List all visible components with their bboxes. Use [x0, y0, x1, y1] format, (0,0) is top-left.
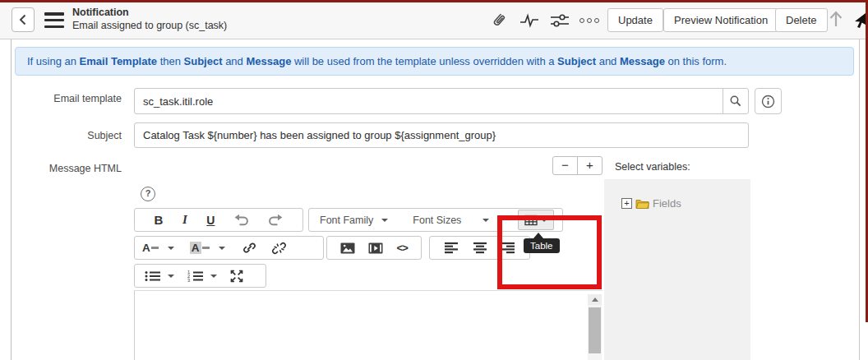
- bullet-list-button[interactable]: [145, 270, 161, 282]
- toolbar-group-align: [429, 236, 530, 260]
- media-icon: [368, 242, 383, 254]
- scrollbar-thumb[interactable]: [589, 307, 601, 353]
- undo-button[interactable]: [234, 214, 249, 226]
- editor-scrollbar[interactable]: [588, 294, 602, 360]
- context-menu-icon[interactable]: [44, 12, 64, 28]
- link-icon: [242, 242, 256, 255]
- subject-label: Subject: [0, 130, 122, 141]
- email-template-lookup-button[interactable]: [723, 88, 749, 114]
- banner-text: on this form.: [665, 55, 727, 67]
- bold-button[interactable]: B: [155, 213, 164, 227]
- table-tooltip: Table: [524, 238, 560, 253]
- template-info-banner: If using an Email Template then Subject …: [15, 47, 854, 76]
- toolbar-group-color-link: A A: [134, 236, 324, 260]
- banner-text-bold: Message: [620, 55, 665, 67]
- subject-input[interactable]: [134, 122, 749, 148]
- banner-text: then: [157, 55, 184, 67]
- text-color-button[interactable]: A: [142, 242, 159, 254]
- table-button[interactable]: [518, 210, 554, 230]
- table-tooltip-arrow: [533, 233, 543, 238]
- redo-icon: [268, 214, 283, 226]
- font-family-caret-icon[interactable]: [381, 219, 388, 222]
- italic-button[interactable]: I: [182, 213, 187, 227]
- table-caret-icon: [541, 219, 547, 222]
- underline-button[interactable]: U: [206, 214, 215, 227]
- select-variables-label: Select variables:: [615, 161, 690, 173]
- pulse-icon: [519, 13, 539, 28]
- bullet-list-caret-icon[interactable]: [168, 275, 174, 278]
- preview-notification-button[interactable]: Preview Notification: [663, 8, 778, 32]
- font-family-dropdown[interactable]: Font Family: [320, 215, 373, 226]
- unlink-icon: [272, 242, 286, 255]
- align-left-button[interactable]: [444, 242, 459, 254]
- image-icon: [340, 242, 355, 254]
- background-color-bar-icon: [202, 247, 210, 250]
- fields-tree-label: Fields: [653, 197, 681, 210]
- undo-icon: [234, 214, 249, 226]
- info-icon: [761, 95, 775, 108]
- mouse-cursor: [853, 11, 866, 29]
- banner-text: If using an: [27, 55, 80, 67]
- more-options-button[interactable]: [579, 11, 599, 30]
- fields-tree-node[interactable]: + Fields: [621, 197, 681, 210]
- more-options-icon: [579, 18, 599, 23]
- scrollbar-up-button[interactable]: [588, 294, 602, 305]
- remove-link-button[interactable]: [272, 242, 286, 255]
- banner-text-bold: Message: [246, 55, 291, 67]
- back-button[interactable]: [12, 7, 35, 32]
- activity-stream-button[interactable]: [519, 11, 539, 30]
- insert-media-button[interactable]: [368, 242, 383, 254]
- text-color-bar-icon: [151, 247, 159, 250]
- toolbar-group-text-style: B I U: [134, 208, 303, 232]
- align-center-icon: [473, 242, 487, 254]
- text-color-caret-icon[interactable]: [168, 247, 174, 250]
- toolbar-group-lists: 123: [134, 264, 266, 288]
- numbered-list-caret-icon[interactable]: [210, 275, 217, 278]
- bullet-list-icon: [145, 270, 161, 282]
- align-right-icon: [501, 242, 515, 254]
- search-icon: [729, 95, 742, 108]
- attachment-button[interactable]: [491, 11, 507, 30]
- scroll-up-arrow-icon: [592, 298, 598, 302]
- numbered-list-icon: 123: [187, 270, 204, 282]
- banner-text-bold: Subject: [557, 55, 596, 67]
- font-sizes-dropdown[interactable]: Font Sizes: [413, 215, 461, 226]
- tree-expand-icon[interactable]: +: [621, 198, 632, 209]
- message-html-label: Message HTML: [0, 163, 122, 174]
- email-template-input[interactable]: [134, 88, 723, 114]
- editor-help-button[interactable]: ?: [141, 187, 155, 201]
- banner-text: will be used from the template unless ov…: [291, 55, 557, 67]
- background-color-glyph: A: [190, 242, 201, 254]
- fullscreen-icon: [230, 270, 243, 283]
- toolbar-group-media: <>: [326, 236, 422, 260]
- align-center-button[interactable]: [473, 242, 487, 254]
- editor-grow-button[interactable]: +: [577, 156, 603, 175]
- toolbar-group-fonts: Font Family Font Sizes: [308, 208, 563, 232]
- redo-button[interactable]: [268, 214, 283, 226]
- paperclip-icon: [491, 11, 507, 30]
- select-variables-panel: + Fields: [604, 179, 750, 360]
- up-arrow-icon: [827, 8, 845, 30]
- font-sizes-caret-icon[interactable]: [482, 219, 489, 222]
- editor-shrink-button[interactable]: −: [552, 156, 578, 175]
- numbered-list-button[interactable]: 123: [187, 270, 204, 282]
- background-color-button[interactable]: A: [190, 242, 210, 254]
- align-left-icon: [444, 242, 459, 254]
- page-title: Notification: [72, 7, 129, 18]
- fullscreen-button[interactable]: [230, 270, 243, 283]
- source-code-button[interactable]: <>: [397, 242, 408, 254]
- background-color-caret-icon[interactable]: [219, 247, 225, 250]
- svg-text:3: 3: [187, 277, 190, 281]
- personalize-form-button[interactable]: [550, 11, 570, 30]
- update-button[interactable]: Update: [607, 8, 663, 32]
- back-chevron-icon: [18, 13, 28, 26]
- insert-link-button[interactable]: [242, 242, 256, 255]
- table-grid-icon: [524, 215, 538, 226]
- delete-button[interactable]: Delete: [775, 8, 828, 32]
- message-html-edit-area[interactable]: [134, 290, 603, 360]
- banner-text-bold: Subject: [184, 55, 223, 67]
- email-template-info-button[interactable]: [755, 88, 782, 114]
- scroll-to-top-button[interactable]: [827, 9, 845, 29]
- align-right-button[interactable]: [501, 242, 515, 254]
- insert-image-button[interactable]: [340, 242, 355, 254]
